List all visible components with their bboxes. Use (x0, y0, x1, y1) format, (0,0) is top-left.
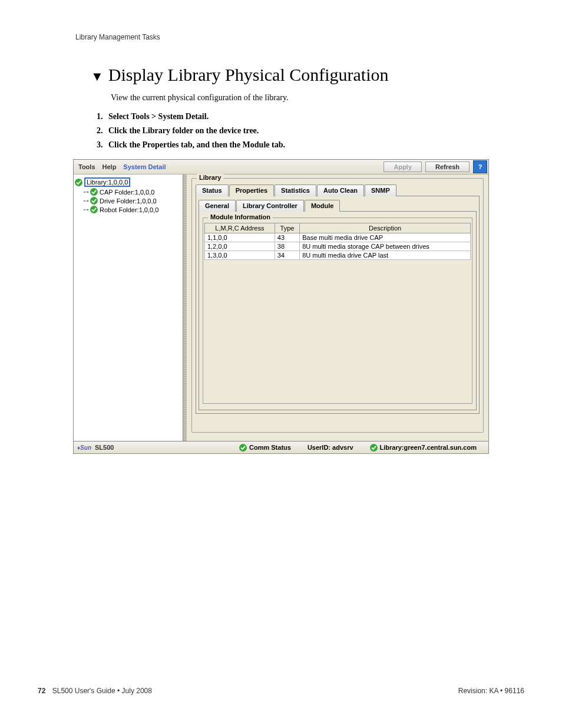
apply-button[interactable]: Apply (384, 162, 422, 172)
tab-general[interactable]: General (199, 200, 236, 212)
device-tree[interactable]: Library:1,0,0,0 ⊶ CAP Folder:1,0,0,0 ⊶ D… (74, 174, 183, 441)
tab-library-controller[interactable]: Library Controller (236, 200, 304, 212)
tab-status[interactable]: Status (196, 185, 229, 196)
panel-legend: Library (197, 174, 223, 181)
tabs-secondary: General Library Controller Module (199, 200, 477, 212)
status-bar: ♦Sun SL500 Comm Status UserID: advsrv Li… (74, 441, 488, 453)
page-number: 72 (38, 687, 45, 695)
ok-icon (90, 206, 98, 213)
tab-module[interactable]: Module (305, 200, 340, 212)
page-footer: 72 SL500 User's Guide • July 2008 Revisi… (38, 687, 524, 695)
ok-icon (370, 444, 378, 452)
expand-icon[interactable]: ⊶ (83, 197, 89, 204)
group-legend: Module Information (208, 213, 273, 220)
user-id: UserID: advsrv (308, 444, 353, 451)
menu-system-detail[interactable]: System Detail (120, 162, 169, 172)
table-row[interactable]: 1,2,0,0388U multi media storage CAP betw… (205, 242, 471, 251)
intro-text: View the current physical configuration … (111, 93, 524, 103)
menu-help[interactable]: Help (99, 162, 120, 172)
sun-logo: ♦Sun (77, 444, 91, 451)
comm-status: Comm Status (239, 444, 291, 452)
tree-item-robot-folder[interactable]: ⊶ Robot Folder:1,0,0,0 (75, 205, 181, 214)
menu-tools[interactable]: Tools (75, 162, 99, 172)
library-host: Library:green7.central.sun.com (370, 444, 477, 452)
expand-icon[interactable]: ⊶ (83, 206, 89, 213)
col-description[interactable]: Description (300, 223, 471, 233)
model-label: SL500 (95, 444, 114, 451)
app-screenshot: Tools Help System Detail Apply Refresh ?… (73, 159, 489, 454)
help-button[interactable]: ? (473, 160, 487, 173)
tab-statistics[interactable]: Statistics (275, 185, 316, 196)
tabs-primary: Status Properties Statistics Auto Clean … (196, 185, 480, 196)
ok-icon (75, 179, 82, 186)
library-panel: Library Status Properties Statistics Aut… (191, 178, 484, 433)
book-title: SL500 User's Guide • July 2008 (52, 687, 152, 695)
menubar: Tools Help System Detail Apply Refresh ? (74, 160, 488, 174)
tab-properties[interactable]: Properties (229, 185, 274, 196)
tab-snmp[interactable]: SNMP (365, 185, 396, 196)
tab-auto-clean[interactable]: Auto Clean (317, 185, 364, 196)
col-address[interactable]: L,M,R,C Address (205, 223, 275, 233)
table-row[interactable]: 1,1,0,043Base multi media drive CAP (205, 233, 471, 242)
col-type[interactable]: Type (275, 223, 299, 233)
tree-item-drive-folder[interactable]: ⊶ Drive Folder:1,0,0,0 (75, 196, 181, 205)
tree-item-cap-folder[interactable]: ⊶ CAP Folder:1,0,0,0 (75, 187, 181, 196)
module-information-group: Module Information L,M,R,C Address Type … (203, 218, 472, 404)
expand-icon[interactable]: ⊶ (83, 189, 89, 195)
table-row[interactable]: 1,3,0,0348U multi media drive CAP last (205, 251, 471, 260)
ok-icon (239, 444, 247, 452)
revision: Revision: KA • 96116 (458, 687, 524, 695)
tree-root-library[interactable]: Library:1,0,0,0 (75, 177, 181, 187)
section-arrow-icon: ▼ (91, 69, 104, 84)
refresh-button[interactable]: Refresh (425, 162, 470, 172)
ok-icon (90, 188, 98, 196)
steps-list: 1.Select Tools > System Detail. 2.Click … (97, 112, 524, 150)
page-title: Display Library Physical Configuration (108, 65, 389, 85)
running-head: Library Management Tasks (75, 33, 524, 41)
module-table: L,M,R,C Address Type Description 1,1,0,0… (204, 223, 471, 260)
ok-icon (90, 197, 98, 205)
